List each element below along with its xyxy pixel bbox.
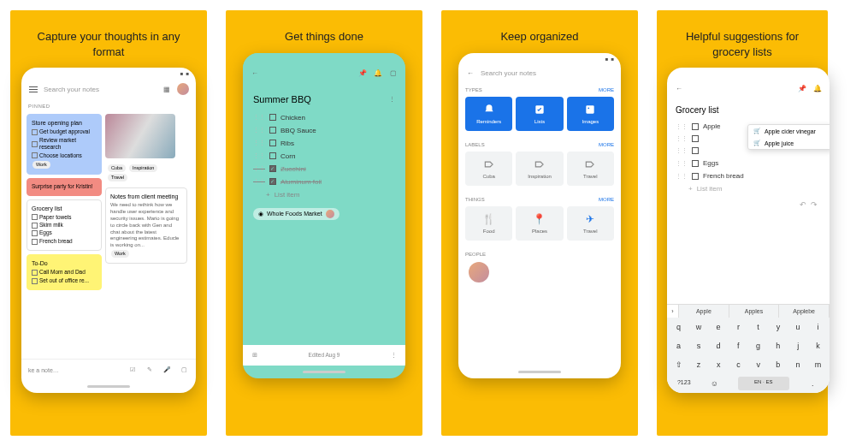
key[interactable]: n (791, 358, 805, 372)
list-item[interactable]: ⋮⋮Chicken (253, 111, 395, 124)
key[interactable]: q (672, 320, 686, 334)
more-link[interactable]: MORE (599, 142, 614, 147)
checklist-item[interactable]: Set out of office re... (32, 277, 97, 284)
archive-icon[interactable]: ▢ (388, 68, 399, 79)
add-list-item[interactable]: +List item (676, 182, 821, 195)
checklist-item[interactable]: Skim milk (32, 222, 97, 229)
checkbox-icon[interactable]: ☑ (127, 365, 138, 375)
type-lists[interactable]: Lists (516, 97, 563, 131)
checklist-item[interactable]: Choose locations (32, 152, 97, 159)
search-input[interactable]: Search your notes (481, 69, 614, 77)
key[interactable]: d (712, 339, 725, 353)
pin-icon[interactable]: 📌 (357, 68, 368, 79)
key[interactable]: f (731, 339, 745, 353)
note-store-plan[interactable]: Store opening plan Get budget approval R… (27, 114, 102, 175)
checklist-item[interactable]: Paper towels (32, 214, 97, 221)
list-item-done[interactable]: ⋮⋮Aluminum foil (253, 175, 395, 188)
symbols-key[interactable]: ?123 (677, 377, 691, 390)
note-title[interactable]: Grocery list (676, 105, 821, 115)
key[interactable]: g (752, 339, 765, 353)
list-item-done[interactable]: ⋮⋮Zucchini (253, 163, 395, 175)
key[interactable]: a (672, 339, 686, 353)
redo-icon[interactable]: ↷ (811, 200, 818, 209)
expand-icon[interactable]: › (667, 305, 679, 318)
kbd-suggestion[interactable]: Apples (729, 305, 780, 318)
mic-icon[interactable]: 🎤 (162, 365, 172, 375)
note-grocery[interactable]: Grocery list Paper towels Skim milk Eggs… (27, 199, 102, 252)
suggestion[interactable]: 🛒Apple cider vinegar (748, 125, 830, 137)
avatar[interactable] (177, 83, 189, 95)
note-title[interactable]: Summer BBQ (253, 94, 311, 104)
list-item[interactable]: ⋮⋮Eggs (676, 157, 821, 169)
suggestion[interactable]: 🛒Apple juice (748, 137, 830, 149)
key[interactable]: w (692, 320, 706, 334)
checklist-item[interactable]: Get budget approval (32, 128, 97, 135)
add-list-item[interactable]: +List item (253, 188, 395, 201)
label-inspiration[interactable]: Inspiration (516, 152, 563, 186)
menu-icon[interactable] (28, 84, 38, 94)
key[interactable]: x (712, 358, 725, 372)
brush-icon[interactable]: ✎ (145, 365, 155, 375)
key[interactable]: e (712, 320, 725, 334)
note-surprise[interactable]: Surprise party for Kristin! (27, 178, 102, 195)
note-image[interactable] (105, 114, 175, 158)
more-link[interactable]: MORE (599, 87, 614, 92)
language-key[interactable]: EN · ES (738, 377, 789, 390)
list-item[interactable]: ⋮⋮French bread (676, 169, 821, 182)
take-note[interactable]: ke a note… (28, 367, 121, 373)
key[interactable]: v (752, 358, 765, 372)
back-icon[interactable]: ← (250, 68, 260, 79)
status-bar (243, 53, 405, 65)
key[interactable]: s (692, 339, 706, 353)
list-item[interactable]: ⋮⋮Ribs (253, 137, 395, 150)
list-item[interactable]: ⋮⋮Corn (253, 150, 395, 163)
thing-places[interactable]: 📍Places (516, 206, 563, 241)
key[interactable]: u (791, 320, 805, 334)
reminder-icon[interactable]: 🔔 (373, 68, 383, 79)
note-todo[interactable]: To-Do Call Mom and Dad Set out of office… (27, 254, 102, 290)
add-icon[interactable]: ⊞ (250, 350, 260, 360)
thing-food[interactable]: 🍴Food (465, 206, 512, 241)
key[interactable]: b (771, 358, 785, 372)
key[interactable]: h (771, 339, 785, 353)
grid-view-icon[interactable]: ▦ (162, 84, 172, 94)
checklist-item[interactable]: Eggs (32, 229, 97, 236)
back-icon[interactable]: ← (674, 83, 684, 93)
kbd-suggestion[interactable]: Apple (679, 305, 729, 318)
period-key[interactable]: . (806, 377, 819, 390)
more-icon[interactable]: ⋮ (389, 96, 395, 103)
key[interactable]: k (811, 339, 824, 353)
label-travel[interactable]: Travel (567, 152, 614, 186)
image-icon[interactable]: ▢ (179, 365, 189, 375)
more-link[interactable]: MORE (599, 197, 614, 202)
key[interactable]: i (811, 320, 824, 334)
key[interactable]: j (791, 339, 805, 353)
note-client[interactable]: Notes from client meeting We need to ret… (105, 187, 187, 264)
key[interactable]: r (731, 320, 745, 334)
label-cuba[interactable]: Cuba (465, 152, 512, 186)
pin-icon[interactable]: 📌 (797, 83, 807, 93)
shift-key[interactable]: ⇧ (672, 358, 686, 372)
key[interactable]: c (731, 358, 745, 372)
key[interactable]: z (692, 358, 706, 372)
back-icon[interactable]: ← (465, 68, 475, 79)
type-images[interactable]: Images (567, 97, 614, 131)
emoji-key[interactable]: ☺ (707, 377, 721, 390)
more-icon[interactable]: ⋮ (388, 350, 399, 360)
note-body: We need to rethink how we handle user ex… (110, 202, 182, 249)
key[interactable]: t (752, 320, 765, 334)
search-input[interactable]: Search your notes (44, 86, 156, 93)
key[interactable]: m (811, 358, 824, 372)
undo-icon[interactable]: ↶ (800, 200, 806, 209)
thing-travel[interactable]: ✈Travel (567, 206, 614, 241)
checklist-item[interactable]: French bread (32, 238, 97, 245)
reminder-icon[interactable]: 🔔 (812, 83, 823, 93)
checklist-item[interactable]: Review market research (32, 137, 97, 152)
kbd-suggestion[interactable]: Applebe (779, 305, 830, 318)
checklist-item[interactable]: Call Mom and Dad (32, 269, 97, 276)
location-chip[interactable]: ◉Whole Foods Market (253, 208, 340, 220)
list-item[interactable]: ⋮⋮BBQ Sauce (253, 124, 395, 137)
type-reminders[interactable]: Reminders (465, 97, 512, 131)
key[interactable]: y (771, 320, 785, 334)
person-avatar[interactable] (469, 262, 489, 282)
